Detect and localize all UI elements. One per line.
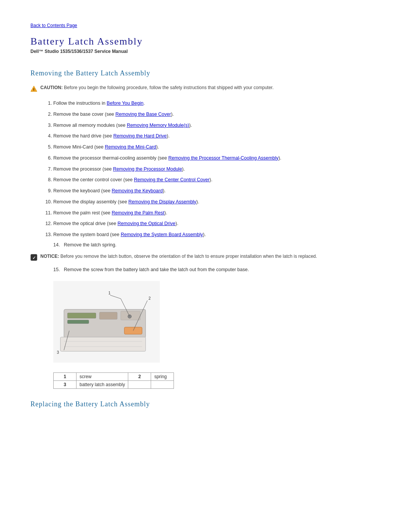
svg-text:3: 3 bbox=[57, 350, 59, 355]
notice-box: ✓ NOTICE: Before you remove the latch bu… bbox=[30, 254, 381, 261]
part-2-label: spring bbox=[151, 372, 174, 380]
part-3-num: 3 bbox=[54, 380, 76, 388]
step-3: Remove all memory modules (see Removing … bbox=[53, 122, 381, 129]
removing-hard-drive-link[interactable]: Removing the Hard Drive bbox=[113, 133, 167, 139]
removing-optical-drive-link[interactable]: Removing the Optical Drive bbox=[118, 221, 175, 226]
parts-row-2: 3 battery latch assembly bbox=[54, 380, 174, 388]
part-2-num: 2 bbox=[128, 372, 151, 380]
caution-description: Before you begin the following procedure… bbox=[64, 85, 274, 90]
parts-diagram: 1 2 3 bbox=[53, 280, 160, 364]
part-empty-label bbox=[151, 380, 174, 388]
before-you-begin-link[interactable]: Before You Begin bbox=[107, 101, 143, 106]
removing-processor-link[interactable]: Removing the Processor Module bbox=[113, 166, 182, 172]
step-9: Remove the keyboard (see Removing the Ke… bbox=[53, 187, 381, 195]
svg-rect-12 bbox=[61, 337, 146, 351]
steps-list: Follow the instructions in Before You Be… bbox=[30, 100, 381, 238]
page-title: Battery Latch Assembly bbox=[30, 36, 381, 47]
step-8: Remove the center control cover (see Rem… bbox=[53, 176, 381, 184]
step-1: Follow the instructions in Before You Be… bbox=[53, 100, 381, 107]
step-5: Remove Mini-Card (see Removing the Mini-… bbox=[53, 144, 381, 151]
step-4: Remove the hard drive (see Removing the … bbox=[53, 133, 381, 140]
svg-rect-10 bbox=[124, 327, 142, 334]
step-7: Remove the processor (see Removing the P… bbox=[53, 166, 381, 173]
removing-keyboard-link[interactable]: Removing the Keyboard bbox=[112, 188, 163, 193]
back-to-contents-link[interactable]: Back to Contents Page bbox=[30, 23, 381, 28]
notice-icon: ✓ bbox=[30, 254, 37, 261]
step-15: 15. Remove the screw from the battery la… bbox=[53, 267, 381, 272]
diagram-container: 1 2 3 bbox=[53, 280, 167, 365]
notice-text: NOTICE: Before you remove the latch butt… bbox=[40, 254, 317, 259]
part-empty-num bbox=[128, 380, 151, 388]
svg-text:!: ! bbox=[33, 87, 34, 91]
removing-section-title: Removing the Battery Latch Assembly bbox=[30, 69, 381, 77]
parts-legend-table: 1 screw 2 spring 3 battery latch assembl… bbox=[53, 372, 174, 389]
svg-rect-8 bbox=[99, 312, 117, 320]
svg-text:1: 1 bbox=[108, 291, 111, 295]
step-2: Remove the base cover (see Removing the … bbox=[53, 111, 381, 118]
removing-display-assembly-link[interactable]: Removing the Display Assembly bbox=[128, 199, 196, 204]
svg-text:✓: ✓ bbox=[32, 255, 36, 260]
svg-text:2: 2 bbox=[148, 296, 151, 300]
svg-rect-7 bbox=[67, 320, 89, 323]
removing-center-control-link[interactable]: Removing the Center Control Cover bbox=[134, 177, 210, 182]
step-14: 14. Remove the latch spring. bbox=[53, 242, 381, 248]
removing-system-board-link[interactable]: Removing the System Board Assembly bbox=[121, 232, 203, 237]
caution-label: CAUTION: bbox=[40, 85, 63, 90]
caution-box: ! CAUTION: Before you begin the followin… bbox=[30, 85, 381, 92]
step-13: Remove the system board (see Removing th… bbox=[53, 231, 381, 238]
notice-label: NOTICE: bbox=[40, 254, 59, 259]
caution-icon: ! bbox=[30, 85, 37, 92]
svg-rect-6 bbox=[67, 313, 96, 318]
removing-thermal-cooling-link[interactable]: Removing the Processor Thermal-Cooling A… bbox=[168, 155, 278, 161]
subtitle: Dell™ Studio 1535/1536/1537 Service Manu… bbox=[30, 49, 381, 54]
notice-description: Before you remove the latch button, obse… bbox=[61, 254, 317, 259]
step-6: Remove the processor thermal-cooling ass… bbox=[53, 155, 381, 162]
removing-mini-card-link[interactable]: Removing the Mini-Card bbox=[105, 144, 156, 150]
removing-base-cover-link[interactable]: Removing the Base Cover bbox=[115, 112, 171, 117]
parts-row-1: 1 screw 2 spring bbox=[54, 372, 174, 380]
part-3-label: battery latch assembly bbox=[76, 380, 128, 388]
step-11: Remove the palm rest (see Removing the P… bbox=[53, 209, 381, 217]
step-12: Remove the optical drive (see Removing t… bbox=[53, 220, 381, 227]
step-10: Remove the display assembly (see Removin… bbox=[53, 198, 381, 206]
removing-palm-rest-link[interactable]: Removing the Palm Rest bbox=[112, 210, 164, 216]
removing-memory-modules-link[interactable]: Removing Memory Module(s) bbox=[127, 123, 189, 128]
replacing-section-title: Replacing the Battery Latch Assembly bbox=[30, 400, 381, 408]
caution-text: CAUTION: Before you begin the following … bbox=[40, 85, 274, 90]
part-1-num: 1 bbox=[54, 372, 76, 380]
part-1-label: screw bbox=[76, 372, 128, 380]
